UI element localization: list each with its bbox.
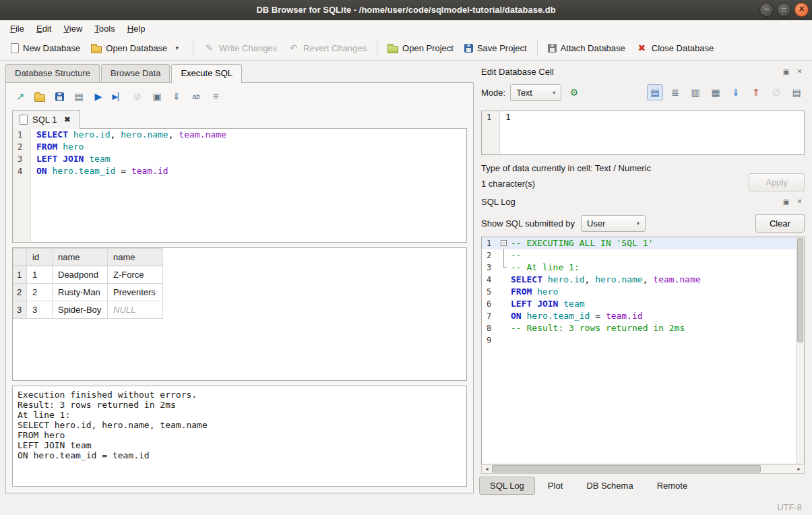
dock-float-button[interactable]: ▣ <box>781 197 791 207</box>
save-sql-file-button[interactable] <box>51 88 67 104</box>
fold-collapse-icon[interactable]: − <box>501 240 507 246</box>
sql-file-icon <box>20 115 28 125</box>
filter-label: Show SQL submitted by <box>481 218 575 229</box>
menu-item-tools[interactable]: Tools <box>88 22 121 36</box>
revert-changes-label: Revert Changes <box>303 43 367 53</box>
scrollbar-track[interactable] <box>492 464 794 473</box>
save-project-button[interactable]: Save Project <box>459 40 532 57</box>
column-header-id[interactable]: id <box>27 249 53 266</box>
print-cell-button[interactable]: ▤ <box>788 84 805 100</box>
cell-editor[interactable]: 1 1 <box>481 111 805 155</box>
import-icon: ⇓ <box>730 87 742 98</box>
menu-item-file[interactable]: File <box>4 22 30 36</box>
revert-changes-button[interactable]: ↶Revert Changes <box>282 39 372 57</box>
column-header-name[interactable]: name <box>53 249 108 266</box>
open-tab-button[interactable]: ↗ <box>12 88 28 104</box>
fold-margin <box>499 298 509 310</box>
new-database-button[interactable]: New Database <box>5 40 86 57</box>
scroll-left-icon[interactable]: ◂ <box>482 466 492 472</box>
menu-item-view[interactable]: View <box>57 22 88 36</box>
sql-editor[interactable]: 1SELECT hero.id, hero.name, team.name2FR… <box>12 128 467 243</box>
dock-close-button[interactable]: × <box>794 67 805 77</box>
close-tab-icon[interactable]: ✖ <box>61 114 73 125</box>
column-header-name[interactable]: name <box>108 249 163 266</box>
sql-tab-label: SQL 1 <box>32 115 57 125</box>
copy-button[interactable]: ▥ <box>687 84 704 100</box>
scrollbar-thumb[interactable] <box>797 238 803 342</box>
dock-close-button[interactable]: × <box>794 197 805 207</box>
cell[interactable]: 1 <box>27 266 53 284</box>
apply-button[interactable]: Apply <box>749 173 805 191</box>
dock-tab-db-schema[interactable]: DB Schema <box>575 477 644 495</box>
export-button[interactable]: ⇓ <box>168 88 185 104</box>
execute-all-button[interactable]: ▶ <box>90 88 106 104</box>
vertical-scrollbar[interactable] <box>796 237 804 464</box>
cell[interactable]: 2 <box>27 284 53 301</box>
line-number: 1 <box>482 111 499 123</box>
line-number: 3 <box>13 153 30 165</box>
code-text: LEFT JOIN team <box>30 153 111 165</box>
tab-database-structure[interactable]: Database Structure <box>5 64 100 82</box>
scrollbar-thumb[interactable] <box>492 465 761 473</box>
tab-browse-data[interactable]: Browse Data <box>101 64 170 82</box>
open-sql-file-button[interactable] <box>32 88 48 104</box>
cell[interactable]: Z-Force <box>108 266 163 284</box>
mode-select[interactable]: Text ▾ <box>510 84 561 101</box>
find-replace-icon: ab <box>191 91 202 102</box>
find-replace-button[interactable]: ab <box>188 88 204 104</box>
close-button[interactable]: × <box>794 3 809 17</box>
maximize-button[interactable]: □ <box>777 3 791 17</box>
close-database-button[interactable]: ✖Close Database <box>631 39 720 57</box>
cell[interactable]: Preventers <box>108 284 163 301</box>
line-number: 7 <box>482 310 499 322</box>
cell[interactable]: Deadpond <box>53 266 108 284</box>
dock-tab-plot[interactable]: Plot <box>537 477 573 495</box>
fold-guide <box>503 249 504 262</box>
submitter-select[interactable]: User ▾ <box>581 215 646 232</box>
apply-format-button[interactable]: ⚙ <box>566 84 582 100</box>
menu-item-edit[interactable]: Edit <box>30 22 57 36</box>
execute-line-button[interactable]: ▶▏ <box>110 88 126 104</box>
code-token: -- <box>511 250 522 260</box>
sql-log-header-icons: ▣× <box>778 197 805 207</box>
cell[interactable]: 3 <box>27 301 53 319</box>
scroll-right-icon[interactable]: ▸ <box>794 466 804 472</box>
dropdown-caret-icon[interactable]: ▾ <box>171 42 183 54</box>
clear-button[interactable]: Clear <box>755 214 805 233</box>
format-button[interactable]: ≡ <box>208 88 224 104</box>
titlebar[interactable]: DB Browser for SQLite - /home/user/code/… <box>0 0 812 20</box>
text-mode-button[interactable]: ▤ <box>647 84 663 100</box>
cell[interactable]: Spider-Boy <box>53 301 108 319</box>
stop-button[interactable]: ⊘ <box>129 88 146 104</box>
open-sql-file-icon <box>34 94 45 102</box>
sql-log-line: 8-- Result: 3 rows returned in 2ms <box>482 322 804 334</box>
code-token <box>57 142 63 152</box>
code-token: , <box>168 129 179 140</box>
tab-execute-sql[interactable]: Execute SQL <box>171 64 242 83</box>
cell[interactable]: Rusty-Man <box>53 284 108 301</box>
print-button[interactable]: ▤ <box>71 88 87 104</box>
menu-item-help[interactable]: Help <box>121 22 152 36</box>
export-cell-button[interactable]: ⇑ <box>748 84 764 100</box>
dock-tab-sql-log[interactable]: SQL Log <box>479 477 535 495</box>
sql-log-title: SQL Log <box>481 197 516 207</box>
code-text: -- EXECUTING ALL IN 'SQL 1' <box>509 237 653 249</box>
dock-tab-remote[interactable]: Remote <box>646 477 699 495</box>
sql-log-line: 3-- At line 1: <box>482 262 804 274</box>
minimize-button[interactable]: − <box>759 3 774 17</box>
toolbar-separator <box>377 41 377 56</box>
horizontal-scrollbar[interactable]: ◂ ▸ <box>481 464 805 474</box>
wrap-lines-button[interactable]: ≣ <box>667 84 683 100</box>
sql-code-line: 2FROM hero <box>13 141 466 153</box>
dock-float-button[interactable]: ▣ <box>781 67 791 77</box>
set-null-button[interactable]: ∅ <box>768 84 784 100</box>
cell[interactable]: NULL <box>108 301 163 319</box>
paste-button[interactable]: ▦ <box>708 84 724 100</box>
open-database-button[interactable]: Open Database▾ <box>86 39 188 57</box>
detach-tab-button[interactable]: ▣ <box>149 88 165 104</box>
import-button[interactable]: ⇓ <box>728 84 744 100</box>
sql-tab[interactable]: SQL 1✖ <box>12 110 80 129</box>
attach-database-button[interactable]: Attach Database <box>542 40 631 57</box>
open-project-button[interactable]: Open Project <box>382 40 459 57</box>
write-changes-button[interactable]: ✎Write Changes <box>198 39 282 57</box>
